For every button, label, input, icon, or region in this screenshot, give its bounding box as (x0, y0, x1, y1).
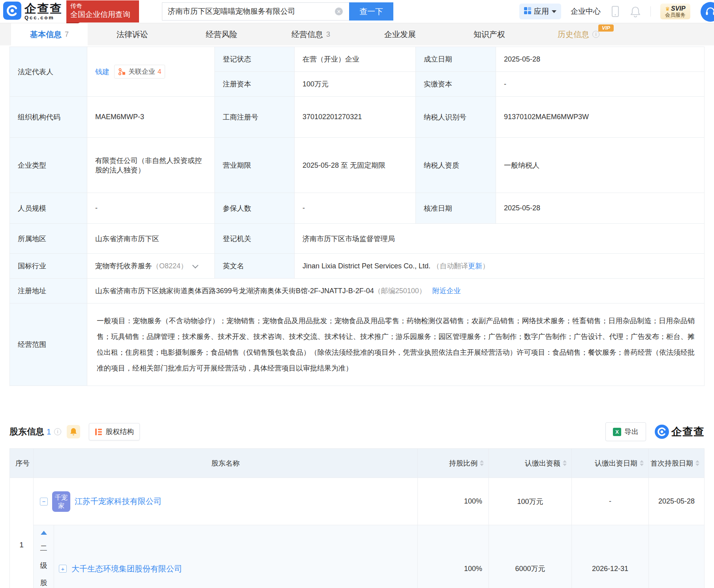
ratio-cell: 100% (418, 478, 489, 525)
auto-translate-note: （自动翻译 (432, 261, 468, 271)
first-date-cell (649, 525, 704, 588)
tab-company-development[interactable]: 企业发展 (355, 23, 445, 45)
top-bar: 企查查 Qcc.com 传奇 全国企业信用查询 ✕ 查一下 应用 企业中心 (0, 0, 714, 23)
promo-line2: 全国企业信用查询 (70, 9, 135, 20)
col-header-ratio[interactable]: 持股比例 (418, 449, 489, 478)
mobile-app-icon[interactable] (610, 6, 620, 17)
company-info-table: 法定代表人 钱建 关联企业 4 登记状态 在营（开业）企业 成立日期 2025-… (9, 47, 705, 386)
shareholder-row: − 千宠家 江苏千宠家科技有限公司 (34, 478, 418, 525)
staff-size-value: - (87, 193, 215, 224)
biz-term-label: 营业期限 (215, 138, 295, 193)
equity-structure-button[interactable]: 股权结构 (89, 423, 140, 440)
reg-status-value: 在营（开业）企业 (295, 47, 416, 72)
industry-code: （O8224） (152, 261, 188, 271)
region-value: 山东省济南市历下区 (87, 224, 215, 254)
related-companies-label: 关联企业 (128, 67, 155, 76)
collapse-toggle[interactable]: − (40, 498, 48, 506)
shareholder-name-link[interactable]: 江苏千宠家科技有限公司 (75, 496, 162, 507)
insured-count-value: - (295, 193, 416, 224)
brand-name: 企查查 (24, 3, 62, 15)
svip-title: SVIP (671, 5, 685, 12)
nearby-companies-link[interactable]: 附近企业 (432, 286, 461, 296)
row-number: 1 (10, 478, 34, 588)
approval-date-value: 2025-05-28 (496, 193, 704, 224)
tabs-filler (623, 23, 714, 45)
sub-shareholder-name-link[interactable]: 大千生态环境集团股份有限公司 (71, 564, 182, 574)
translate-update-link[interactable]: 更新 (468, 261, 482, 271)
reg-address-cell: 山东省济南市历下区姚家街道奥体西路3699号龙湖济南奥体天街B馆-2F-JNAT… (87, 279, 704, 303)
sort-icon (640, 460, 644, 466)
col-header-date[interactable]: 认缴出资日期 (572, 449, 649, 478)
amount-cell: 6000万元 (489, 525, 572, 588)
english-name-value: Jinan Lixia District Pet Services Co., L… (303, 262, 430, 270)
biz-reg-no-label: 工商注册号 (215, 97, 295, 138)
svip-subtitle: 会员服务 (665, 12, 686, 18)
search-button[interactable]: 查一下 (349, 2, 393, 21)
company-type-label: 企业类型 (10, 138, 87, 193)
related-companies-chip[interactable]: 关联企业 4 (114, 65, 165, 79)
expand-toggle[interactable]: + (59, 565, 67, 573)
tab-intellectual-property[interactable]: 知识产权 (445, 23, 534, 45)
tier-label: 二级股东 (40, 539, 48, 588)
biz-term-value: 2025-05-28 至 无固定期限 (295, 138, 416, 193)
tier-strip: 二级股东 (34, 525, 54, 588)
shareholders-table: 序号 股东名称 持股比例 认缴出资额 认缴出资日期 首次持股日期 1 − 千宠家… (9, 448, 705, 588)
notification-bell-icon[interactable] (630, 6, 641, 17)
org-code-label: 组织机构代码 (10, 97, 87, 138)
search-input[interactable] (162, 2, 349, 21)
tab-operating-risk[interactable]: 经营风险 (177, 23, 266, 45)
chevron-down-icon[interactable] (192, 262, 199, 268)
ratio-cell: 100% (418, 525, 489, 588)
enterprise-center-link[interactable]: 企业中心 (571, 6, 601, 17)
postcode: （邮编250100） (374, 286, 426, 296)
approval-date-label: 核准日期 (416, 193, 496, 224)
english-name-label: 英文名 (215, 254, 295, 279)
sort-icon (563, 460, 567, 466)
info-icon[interactable]: i (592, 31, 599, 38)
industry-cell: 宠物寄托收养服务 （O8224） (87, 254, 215, 279)
crown-icon: ♛ (665, 6, 670, 12)
legal-rep-link[interactable]: 钱建 (95, 67, 109, 77)
reg-capital-value: 100万元 (295, 72, 416, 97)
col-header-amount[interactable]: 认缴出资额 (489, 449, 572, 478)
tab-history-info[interactable]: VIP 历史信息 i (534, 23, 623, 45)
col-header-no: 序号 (10, 449, 34, 478)
info-icon[interactable]: i (54, 428, 61, 435)
clear-search-icon[interactable]: ✕ (335, 7, 343, 15)
tab-operating-info[interactable]: 经营信息3 (266, 23, 355, 45)
apps-menu[interactable]: 应用 (519, 4, 561, 19)
qcc-company-page: 企查查 Qcc.com 传奇 全国企业信用查询 ✕ 查一下 应用 企业中心 (0, 0, 714, 588)
shareholders-title: 股东信息 (9, 426, 44, 438)
promo-line1: 传奇 (70, 2, 135, 9)
biz-scope-value: 一般项目：宠物服务（不含动物诊疗）；宠物销售；宠物食品及用品批发；宠物食品及用品… (87, 303, 704, 386)
apps-label: 应用 (534, 6, 549, 17)
promo-badge: 传奇 全国企业信用查询 (66, 0, 139, 22)
tab-legal-litigation[interactable]: 法律诉讼 (88, 23, 177, 45)
org-chart-icon (118, 68, 126, 76)
svip-membership[interactable]: ♛SVIP 会员服务 (660, 4, 690, 19)
legal-rep-cell: 钱建 关联企业 4 (87, 47, 215, 97)
search-box: ✕ 查一下 (162, 2, 393, 21)
excel-icon (613, 428, 621, 436)
shareholders-section: 股东信息 1 i 股权结构 导出 企查查 序号 股东名称 (0, 422, 714, 588)
shareholder-avatar: 千宠家 (52, 491, 70, 512)
industry-label: 国标行业 (10, 254, 87, 279)
insured-count-label: 参保人数 (215, 193, 295, 224)
qcc-logo[interactable]: 企查查 Qcc.com (3, 2, 62, 21)
export-button[interactable]: 导出 (605, 422, 646, 441)
section-tabs: 基本信息7 法律诉讼 经营风险 经营信息3 企业发展 知识产权 VIP 历史信息… (0, 23, 714, 45)
paid-capital-label: 实缴资本 (416, 72, 496, 97)
collapse-triangle-icon[interactable] (41, 531, 47, 535)
tab-basic-info[interactable]: 基本信息7 (11, 23, 88, 45)
qcc-watermark-logo: 企查查 (655, 425, 705, 439)
col-header-name: 股东名称 (34, 449, 418, 478)
monitor-bell-icon[interactable] (67, 425, 80, 438)
apps-grid-icon (524, 7, 531, 16)
col-header-first-date[interactable]: 首次持股日期 (649, 449, 704, 478)
english-name-cell: Jinan Lixia District Pet Services Co., L… (295, 254, 704, 279)
biz-reg-no-value: 370102201270321 (295, 97, 416, 138)
paid-capital-value: - (496, 72, 704, 97)
taxpayer-id-label: 纳税人识别号 (416, 97, 496, 138)
amount-cell: 100万元 (489, 478, 572, 525)
first-date-cell: 2025-05-28 (649, 478, 704, 525)
